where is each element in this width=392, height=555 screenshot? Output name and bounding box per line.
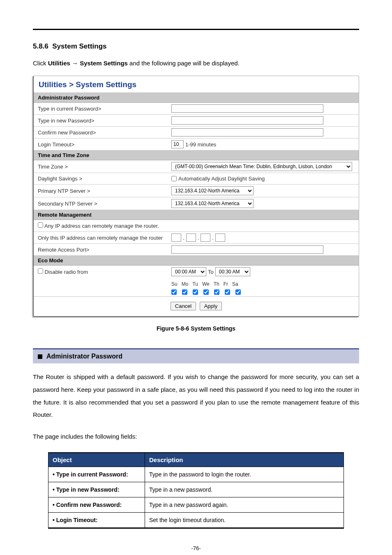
breadcrumb: Utilities > System Settings [34,76,359,93]
intro-paragraph: Click Utilities → System Settings and th… [33,60,359,67]
body-paragraph-2: The page includes the following fields: [33,430,359,443]
ip-octet-2[interactable] [186,234,196,242]
new-password-input[interactable] [171,116,323,125]
table-row: Login Timeout: Set the login timeout dur… [48,512,344,528]
eco-to-label: To [208,269,214,275]
day-su-checkbox[interactable] [171,289,177,295]
label-only-ip: Only this IP address can remotely manage… [34,232,171,243]
ip-octet-1[interactable] [171,234,181,242]
label-new-password: Type in new Password> [34,115,171,126]
row-primary-ntp: Primary NTP Server > 132.163.4.102-North… [34,185,359,197]
label-confirm-password: Confirm new Password> [34,127,171,138]
label-time-zone: Time Zone > [34,161,171,172]
cancel-button[interactable]: Cancel [171,302,196,310]
confirm-password-input[interactable] [171,128,323,136]
band-time-zone: Time and Time Zone [34,150,359,160]
days-header: Su Mo Tu We Th Fr Sa [171,280,355,287]
row-current-password: Type in current Password> [34,103,359,115]
day-fr-checkbox[interactable] [225,289,230,295]
row-secondary-ntp: Secondary NTP Server > 132.163.4.102-Nor… [34,197,359,210]
row-disable-radio: Disable radio from 00:00 AM To 00:30 AM [34,266,359,278]
page-top-rule [33,29,359,30]
day-tu-checkbox[interactable] [193,289,198,295]
row-daylight-savings: Daylight Savings > Automatically Adjust … [34,173,359,185]
remote-port-input[interactable] [171,245,323,254]
figure-caption: Figure 5-8-6 System Settings [33,325,359,332]
subsection-title: Administrator Password [46,353,122,360]
any-ip-checkbox[interactable] [38,222,43,228]
primary-ntp-select[interactable]: 132.163.4.102-North America [171,186,254,195]
disable-radio-label: Disable radio from [45,269,88,275]
th-object: Object [48,453,145,467]
table-row: Confirm new Password: Type in a new pass… [48,497,344,512]
label-remote-port: Remote Access Port> [34,244,171,255]
eco-to-select[interactable]: 00:30 AM [215,267,250,276]
th-description: Description [145,453,344,467]
row-remote-port: Remote Access Port> [34,244,359,256]
band-admin-password: Administrator Password [34,93,359,103]
row-login-timeout: Login Timeout> 1-99 minutes [34,139,359,150]
button-row: Cancel Apply [34,296,359,316]
disable-radio-checkbox[interactable] [38,268,43,274]
square-bullet-icon [38,354,42,359]
table-row: Type in current Password: Type in the pa… [48,467,344,482]
label-primary-ntp: Primary NTP Server > [34,185,171,197]
apply-button[interactable]: Apply [200,302,222,310]
row-only-ip: Only this IP address can remotely manage… [34,232,359,244]
label-daylight-savings: Daylight Savings > [34,173,171,184]
body-paragraph-1: The Router is shipped with a default pas… [33,371,359,421]
section-title: System Settings [52,42,106,50]
login-timeout-input[interactable] [171,140,184,148]
row-confirm-password: Confirm new Password> [34,127,359,139]
subsection-header: Administrator Password [33,348,359,363]
band-eco-mode: Eco Mode [34,256,359,266]
dst-checkbox[interactable] [171,176,177,181]
ip-octet-4[interactable] [215,234,225,242]
row-days: Su Mo Tu We Th Fr Sa [34,278,359,296]
label-secondary-ntp: Secondary NTP Server > [34,198,171,209]
section-heading: 5.8.6 System Settings [33,42,359,51]
secondary-ntp-select[interactable]: 132.163.4.102-North America [171,199,254,208]
day-sa-checkbox[interactable] [235,289,241,295]
any-ip-label: Any IP address can remotely manage the r… [44,223,159,229]
section-number: 5.8.6 [33,42,48,50]
ip-octet-3[interactable] [201,234,210,242]
label-current-password: Type in current Password> [34,103,171,114]
table-row: Type in new Password: Type in a new pass… [48,482,344,497]
current-password-input[interactable] [171,104,323,113]
login-timeout-hint: 1-99 minutes [185,141,216,148]
band-remote-management: Remote Management [34,210,359,220]
day-mo-checkbox[interactable] [182,289,187,295]
page-number: -76- [33,545,359,551]
dst-checkbox-label: Automatically Adjust Daylight Saving [178,176,265,182]
fields-table: Object Description Type in current Passw… [48,452,344,529]
row-time-zone: Time Zone > (GMT-00:00) Greenwich Mean T… [34,160,359,173]
row-any-ip: Any IP address can remotely manage the r… [34,220,359,232]
row-new-password: Type in new Password> [34,115,359,127]
day-th-checkbox[interactable] [214,289,219,295]
time-zone-select[interactable]: (GMT-00:00) Greenwich Mean Time: Dublin,… [171,162,352,171]
day-we-checkbox[interactable] [203,289,209,295]
label-login-timeout: Login Timeout> [34,139,171,150]
eco-from-select[interactable]: 00:00 AM [171,267,206,276]
settings-panel: Utilities > System Settings Administrato… [33,76,359,317]
